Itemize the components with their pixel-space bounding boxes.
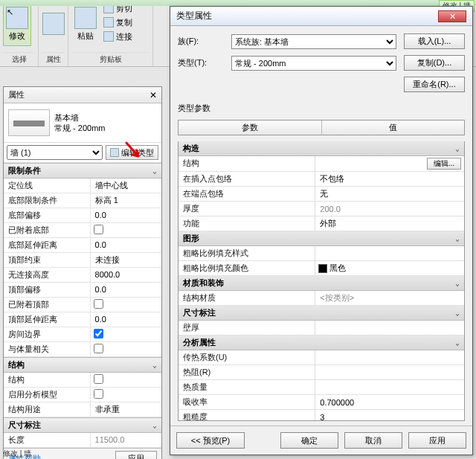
- param-label: 顶部延伸距离: [4, 312, 91, 327]
- structural-usage-field[interactable]: [94, 404, 158, 414]
- type-select[interactable]: 常规 - 200mm: [231, 56, 396, 71]
- group-structural[interactable]: 结构⌄: [4, 357, 161, 373]
- copy-label: 复制: [116, 17, 132, 28]
- mass-related-checkbox[interactable]: [94, 344, 103, 353]
- top-attached-checkbox[interactable]: [94, 299, 103, 309]
- properties-title-bar[interactable]: 属性 ✕: [4, 87, 161, 103]
- param-label: 长度: [4, 433, 91, 447]
- expander-icon: ⌄: [455, 309, 460, 317]
- status-bar: 修改 | 墙: [3, 449, 31, 459]
- top-constraint-field[interactable]: [94, 254, 158, 265]
- wall-thickness-field[interactable]: [318, 323, 461, 333]
- properties-button[interactable]: [42, 1, 65, 46]
- copy-icon: [103, 17, 114, 28]
- type-name: 常规 - 200mm: [54, 123, 105, 133]
- paste-button[interactable]: 粘贴: [71, 1, 100, 46]
- param-label: 无连接高度: [4, 268, 91, 282]
- base-ext-field[interactable]: [94, 240, 158, 250]
- group-graphics[interactable]: 图形⌄: [178, 231, 464, 246]
- rename-button[interactable]: 重命名(R)...: [404, 77, 465, 92]
- expander-icon: ⌄: [455, 234, 460, 243]
- type-params-label: 类型参数: [178, 103, 465, 114]
- coarse-color-name: 黑色: [329, 263, 346, 274]
- param-label: 定位线: [4, 179, 91, 193]
- unconnected-height-field[interactable]: [94, 269, 158, 280]
- param-label: 壁厚: [178, 321, 315, 335]
- col-value: 值: [322, 121, 465, 135]
- copy-button[interactable]: 复制: [101, 16, 135, 29]
- type-preview-icon: [8, 109, 50, 136]
- structural-material-field[interactable]: [318, 293, 461, 304]
- room-bounding-checkbox[interactable]: [94, 329, 103, 338]
- edit-type-button[interactable]: 编辑类型: [106, 145, 158, 160]
- param-label: 结构: [178, 156, 315, 171]
- type-params-header: 参数 值: [178, 120, 465, 135]
- type-properties-dialog: 类型属性 ✕ 族(F): 系统族: 基本墙 载入(L)... 类型(T): 常规…: [170, 6, 473, 455]
- absorptance-field[interactable]: [318, 397, 461, 408]
- modify-button[interactable]: ↖ 修改: [3, 1, 31, 46]
- analytical-checkbox[interactable]: [94, 389, 103, 399]
- group-clip-label: 剪贴板: [71, 52, 149, 66]
- wrap-inserts-field[interactable]: [318, 174, 461, 184]
- apply-button[interactable]: 应用: [115, 451, 157, 459]
- wrap-ends-field[interactable]: [318, 189, 461, 199]
- dialog-title-bar[interactable]: 类型属性 ✕: [170, 7, 472, 26]
- param-label: 与体量相关: [4, 342, 91, 356]
- param-label: 功能: [178, 216, 315, 231]
- top-offset-field[interactable]: [94, 284, 158, 295]
- dialog-apply-button[interactable]: 应用: [408, 432, 466, 449]
- paste-icon: [74, 7, 97, 29]
- param-label: 已附着顶部: [4, 298, 91, 312]
- param-label: 传热系数(U): [178, 350, 315, 365]
- base-attached-checkbox[interactable]: [94, 225, 103, 234]
- param-label: 顶部约束: [4, 253, 91, 267]
- join-button[interactable]: 连接: [101, 30, 135, 43]
- param-label: 底部限制条件: [4, 193, 91, 208]
- group-select-label: 选择: [3, 52, 35, 66]
- color-swatch[interactable]: [318, 264, 327, 273]
- location-line-field[interactable]: [94, 180, 158, 190]
- properties-title: 属性: [8, 89, 25, 100]
- function-field[interactable]: [318, 219, 461, 229]
- param-label: 结构用途: [4, 402, 91, 417]
- width-field: [318, 204, 461, 214]
- cancel-button[interactable]: 取消: [344, 432, 402, 449]
- col-param: 参数: [178, 121, 322, 135]
- param-label: 底部偏移: [4, 208, 91, 222]
- group-dim[interactable]: 尺寸标注⌄: [178, 306, 464, 321]
- instance-filter[interactable]: 墙 (1): [7, 145, 103, 160]
- family-select[interactable]: 系统族: 基本墙: [231, 34, 396, 49]
- coarse-fill-field[interactable]: [318, 248, 461, 259]
- group-construction[interactable]: 构造⌄: [178, 141, 464, 156]
- expander-icon: ⌄: [152, 361, 157, 369]
- param-label: 粗略比例填充样式: [178, 246, 315, 260]
- preview-button[interactable]: << 预览(P): [176, 432, 245, 449]
- group-props-label: 属性: [42, 52, 65, 66]
- base-constraint-field[interactable]: [94, 195, 158, 205]
- group-constraints[interactable]: 限制条件⌄: [4, 163, 161, 179]
- type-label: 类型(T):: [178, 57, 224, 68]
- param-label: 启用分析模型: [4, 388, 91, 402]
- edit-type-icon: [110, 148, 119, 157]
- expander-icon: ⌄: [455, 338, 460, 347]
- base-offset-field[interactable]: [94, 210, 158, 220]
- param-label: 热质量: [178, 380, 315, 394]
- param-label: 房间边界: [4, 327, 91, 341]
- duplicate-button[interactable]: 复制(D)...: [404, 55, 465, 71]
- group-analytical[interactable]: 分析属性⌄: [178, 336, 464, 350]
- group-materials[interactable]: 材质和装饰⌄: [178, 276, 464, 291]
- dialog-title: 类型属性: [176, 10, 212, 22]
- close-icon[interactable]: ✕: [149, 90, 157, 100]
- group-dimensions[interactable]: 尺寸标注⌄: [4, 417, 161, 433]
- param-label: 厚度: [178, 202, 315, 216]
- dialog-close-button[interactable]: ✕: [438, 10, 466, 22]
- top-ext-field[interactable]: [94, 314, 158, 324]
- ok-button[interactable]: 确定: [280, 432, 338, 449]
- structure-edit-button[interactable]: 编辑...: [427, 158, 461, 170]
- roughness-field[interactable]: [318, 412, 461, 422]
- type-selector[interactable]: 基本墙 常规 - 200mm: [4, 103, 161, 143]
- load-button[interactable]: 载入(L)...: [404, 33, 465, 49]
- dialog-footer: << 预览(P) 确定 取消 应用: [170, 426, 472, 455]
- expander-icon: ⌄: [455, 144, 460, 153]
- structural-checkbox[interactable]: [94, 374, 103, 384]
